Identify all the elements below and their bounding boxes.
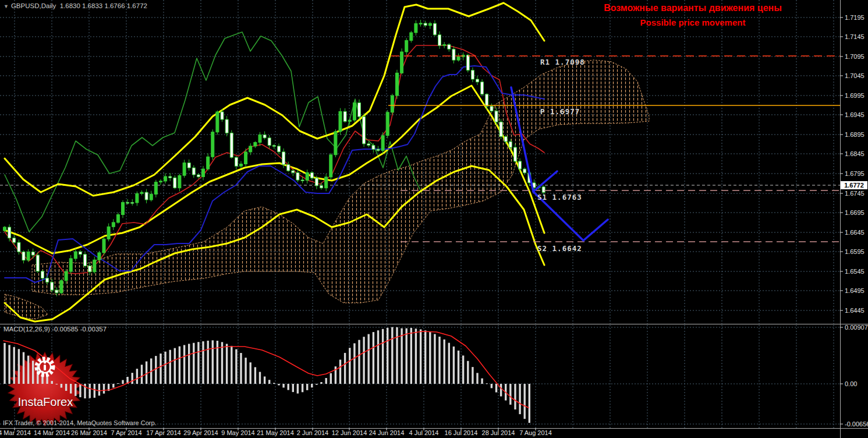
date-axis-tick: 12 Jun 2014: [332, 429, 367, 436]
date-axis-tick: 7 Apr 2014: [111, 429, 141, 436]
macd-indicator-label: MACD(12,26,9) -0.00585 -0.00357: [3, 326, 107, 333]
date-axis-tick: 4 Mar 2014: [0, 429, 31, 436]
price-axis-tick: 1.6945: [845, 111, 865, 118]
annotation-title-english: Possible price movement: [553, 17, 832, 27]
symbol-dropdown-icon[interactable]: ▼: [3, 3, 9, 9]
price-axis-tick: 1.6645: [845, 229, 865, 236]
price-axis-tick: 1.6795: [845, 170, 865, 177]
price-axis-tick: 1.6445: [845, 307, 865, 314]
date-axis-tick: 17 Apr 2014: [146, 429, 180, 436]
price-axis-tick: 1.6545: [845, 268, 865, 275]
price-axis-tick: 1.6695: [845, 209, 865, 216]
date-axis-tick: 21 May 2014: [257, 429, 294, 436]
date-axis-tick: 16 Jul 2014: [445, 429, 478, 436]
date-axis-tick: 2 Jun 2014: [297, 429, 328, 436]
price-axis-tick: 1.7045: [845, 72, 865, 79]
copyright-text: IFX Trader, © 2001-2014, MetaQuotes Soft…: [3, 419, 157, 426]
price-axis-tick: 1.7195: [845, 14, 865, 21]
pivot-level-label: P 1.6977: [540, 107, 580, 116]
price-axis-tick: 0.00: [845, 380, 857, 387]
date-axis-tick: 7 Aug 2014: [519, 429, 552, 436]
price-axis-tick: 1.6745: [845, 190, 865, 197]
price-axis-tick: 1.6845: [845, 150, 865, 157]
chart-canvas: [0, 0, 868, 438]
s2-level-label: S2 1.6642: [537, 244, 582, 253]
price-axis-tick: 1.6595: [845, 248, 865, 255]
r1-level-label: R1 1.7098: [540, 58, 585, 66]
ohlc-values: 1.6830 1.6833 1.6766 1.6772: [60, 2, 147, 9]
date-axis-tick: 4 Jul 2014: [409, 429, 439, 436]
date-axis-tick: 26 Mar 2014: [71, 429, 107, 436]
date-axis-tick: 24 Jun 2014: [369, 429, 405, 436]
date-axis-tick: 9 May 2014: [221, 429, 254, 436]
price-axis-tick: 1.6495: [845, 287, 865, 294]
symbol-period-label: GBPUSD,Daily: [11, 2, 56, 9]
date-axis-tick: 28 Jul 2014: [482, 429, 515, 436]
trading-chart-window: ▼GBPUSD,Daily 1.6830 1.6833 1.6766 1.677…: [0, 0, 868, 438]
price-axis-tick: 1.6995: [845, 92, 865, 99]
date-axis-tick: 14 Mar 2014: [34, 429, 70, 436]
annotation-title-russian: Возможные варианты движения цены: [553, 3, 832, 13]
price-axis-tick: -0.00656: [845, 421, 868, 428]
price-axis-tick: 1.6895: [845, 131, 865, 138]
chart-title[interactable]: ▼GBPUSD,Daily 1.6830 1.6833 1.6766 1.677…: [3, 2, 147, 9]
current-price-tag: 1.6772: [841, 181, 867, 189]
price-axis-tick: 0.00907: [845, 324, 868, 331]
s1-level-label: S1 1.6763: [537, 193, 582, 202]
date-axis-tick: 29 Apr 2014: [183, 429, 218, 436]
instaforex-logo-text: InstaForex: [16, 395, 75, 409]
price-axis-tick: 1.7095: [845, 53, 865, 60]
price-axis-tick: 1.7145: [845, 33, 865, 40]
